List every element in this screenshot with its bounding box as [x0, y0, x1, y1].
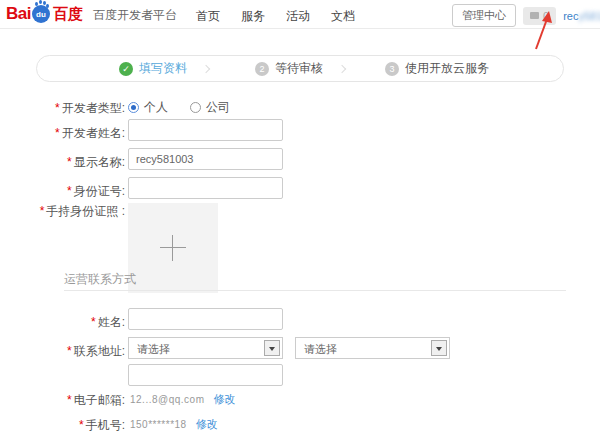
section-divider [64, 290, 566, 291]
radio-option-personal[interactable]: 个人 [128, 99, 168, 116]
contact-address-label: *联系地址: [0, 343, 125, 360]
progress-steps: ✓ 填写资料 2 等待审核 3 使用开放云服务 [36, 55, 564, 82]
step-number: 2 [255, 62, 269, 76]
id-photo-label: *手持身份证照 : [0, 203, 125, 220]
step-label: 填写资料 [139, 60, 187, 77]
admin-center-button[interactable]: 管理中心 [452, 4, 516, 27]
chevron-right-icon [338, 64, 346, 72]
phone-masked-value: 150******18 [130, 419, 187, 430]
dropdown-arrow-icon[interactable] [431, 340, 447, 356]
email-value-row: 12...8@qq.com修改 [130, 392, 235, 407]
step-number: 3 [385, 62, 399, 76]
nav-item-home[interactable]: 首页 [196, 8, 220, 25]
logo-text-baidu-cn: 百度 [53, 5, 83, 24]
step-fill-info: ✓ 填写资料 [119, 56, 209, 81]
nav-item-activities[interactable]: 活动 [286, 8, 310, 25]
display-name-input[interactable] [128, 148, 283, 170]
contact-name-label: *姓名: [0, 314, 125, 331]
header-right: 管理中心 0 recy581003 | 退出 [452, 4, 600, 27]
baidu-logo[interactable]: Bai du 百度 百度开发者平台 [6, 4, 177, 24]
step-label: 使用开放云服务 [405, 60, 489, 77]
phone-label: *手机号: [0, 417, 125, 432]
username-masked-part: y5810 [578, 10, 600, 22]
radio-unchecked-icon[interactable] [190, 102, 201, 113]
nav-item-services[interactable]: 服务 [241, 8, 265, 25]
header: Bai du 百度 百度开发者平台 首页 服务 活动 文档 管理中心 0 rec… [0, 0, 600, 29]
step-label: 等待审核 [275, 60, 323, 77]
id-number-label: *身份证号: [0, 183, 125, 200]
annotation-arrow [528, 9, 554, 53]
chevron-right-icon [202, 64, 210, 72]
radio-checked-icon[interactable] [128, 102, 139, 113]
developer-type-label: *开发者类型: [0, 100, 125, 117]
nav-item-docs[interactable]: 文档 [331, 8, 355, 25]
email-edit-link[interactable]: 修改 [213, 393, 235, 405]
radio-option-company[interactable]: 公司 [190, 99, 230, 116]
dropdown-arrow-icon[interactable] [264, 340, 280, 356]
developer-name-label: *开发者姓名: [0, 125, 125, 142]
display-name-label: *显示名称: [0, 154, 125, 171]
id-number-input[interactable] [128, 177, 283, 199]
developer-type-radio-group: 个人 公司 [128, 99, 230, 116]
main-nav: 首页 服务 活动 文档 [196, 8, 355, 25]
baidu-paw-icon: du [32, 5, 50, 23]
phone-value-row: 150******18修改 [130, 417, 218, 432]
section-title-contact: 运营联系方式 [64, 271, 136, 288]
email-masked-value: 12...8@qq.com [130, 394, 204, 405]
check-icon: ✓ [119, 62, 133, 76]
logo-text-bai: Bai [6, 4, 31, 24]
developer-name-input[interactable] [128, 119, 283, 141]
platform-title: 百度开发者平台 [93, 4, 177, 24]
address-detail-input[interactable] [128, 364, 283, 386]
phone-edit-link[interactable]: 修改 [196, 418, 218, 430]
city-select[interactable]: 请选择 [295, 337, 450, 359]
step-await-review: 2 等待审核 [255, 56, 345, 81]
username-link[interactable]: recy581003 [563, 10, 600, 22]
contact-name-input[interactable] [128, 308, 283, 330]
province-select[interactable]: 请选择 [128, 337, 283, 359]
email-label: *电子邮箱: [0, 392, 125, 409]
step-use-cloud: 3 使用开放云服务 [385, 56, 489, 81]
id-photo-upload-box[interactable] [128, 203, 218, 293]
